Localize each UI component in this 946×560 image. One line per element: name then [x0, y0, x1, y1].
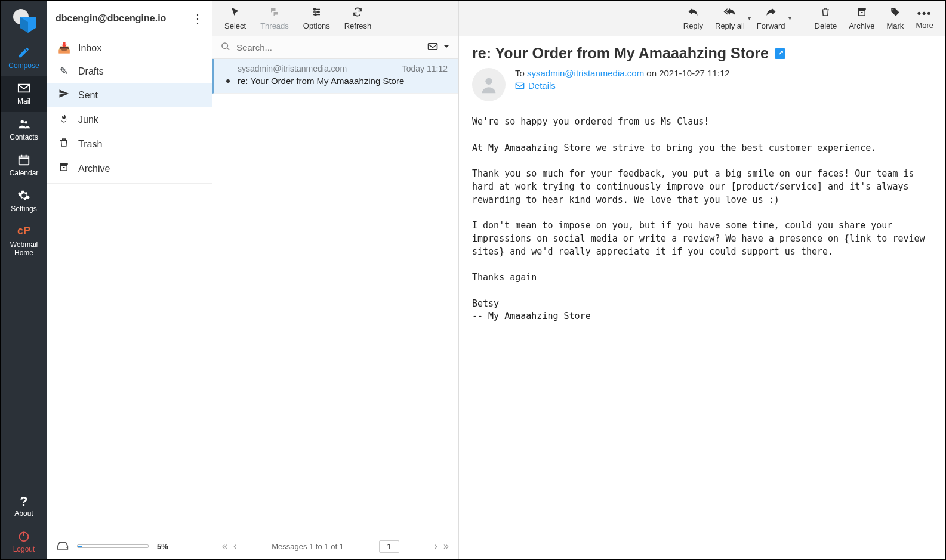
archive-button[interactable]: Archive [849, 7, 874, 30]
nav-settings-label: Settings [11, 205, 36, 213]
more-label: More [916, 21, 933, 30]
svg-point-20 [315, 14, 316, 16]
svg-rect-24 [858, 8, 866, 10]
folder-junk[interactable]: Junk [47, 107, 212, 132]
chevron-down-icon[interactable]: ▾ [748, 15, 751, 21]
refresh-button[interactable]: Refresh [344, 7, 372, 30]
threads-button[interactable]: Threads [260, 7, 289, 30]
nav-about[interactable]: ? About [1, 488, 47, 524]
folder-sent[interactable]: Sent [47, 83, 212, 107]
inbox-icon: 📥 [58, 42, 70, 54]
message-from: sysadmin@itristanmedia.com [238, 64, 347, 73]
delete-button[interactable]: Delete [815, 7, 837, 30]
svg-rect-5 [19, 156, 29, 165]
reply-icon [687, 7, 699, 20]
threads-label: Threads [260, 21, 289, 30]
page-input[interactable] [379, 540, 399, 553]
nav-webmail-home[interactable]: cP Webmail Home [1, 219, 47, 264]
message-subject: re: Your Order from My Amaaahzing Store [238, 76, 448, 86]
nav-webmail-label: Webmail Home [10, 240, 38, 257]
folder-archive[interactable]: Archive [47, 156, 212, 181]
svg-rect-11 [60, 163, 68, 165]
pencil-icon: ✎ [58, 65, 70, 78]
paper-plane-icon [58, 88, 70, 102]
threads-icon [269, 7, 281, 20]
svg-point-28 [485, 78, 492, 85]
refresh-icon [352, 7, 363, 20]
reply-all-button[interactable]: Reply all ▾ [715, 7, 745, 30]
avatar [472, 68, 506, 101]
reader-toolbar: Reply Reply all ▾ Forward ▾ Delete Archi… [459, 1, 945, 36]
mark-button[interactable]: Mark [886, 7, 904, 30]
message-item[interactable]: sysadmin@itristanmedia.com Today 11:12 r… [212, 59, 458, 94]
nav-settings[interactable]: Settings [1, 183, 47, 219]
reply-button[interactable]: Reply [683, 7, 703, 30]
folder-column: dbcengin@dbcengine.io ⋮ 📥 Inbox ✎ Drafts… [47, 1, 212, 559]
svg-rect-12 [61, 166, 67, 171]
nav-mail[interactable]: Mail [1, 76, 47, 112]
more-icon: ••• [917, 7, 932, 20]
account-menu-icon[interactable]: ⋮ [192, 11, 204, 26]
prev-page-button[interactable]: ‹ [233, 541, 236, 552]
folder-label: Inbox [78, 43, 101, 54]
to-label: To [515, 68, 525, 78]
last-page-button[interactable]: » [443, 541, 449, 552]
search-scope-icon[interactable] [427, 42, 438, 53]
open-external-icon[interactable] [775, 48, 785, 59]
svg-point-4 [24, 121, 27, 124]
to-line: To sysadmin@itristanmedia.com on 2021-10… [515, 68, 730, 78]
nav-calendar-label: Calendar [10, 169, 39, 177]
svg-line-22 [227, 48, 229, 50]
nav-compose[interactable]: Compose [1, 40, 47, 76]
nav-about-label: About [14, 509, 33, 518]
forward-label: Forward [757, 21, 785, 30]
options-button[interactable]: Options [303, 7, 330, 30]
to-email-link[interactable]: sysadmin@itristanmedia.com [527, 68, 644, 78]
account-email: dbcengin@dbcengine.io [56, 13, 166, 24]
svg-rect-29 [516, 83, 523, 88]
reader-subject: re: Your Order from My Amaaahzing Store [472, 45, 932, 62]
archive-icon [856, 7, 867, 20]
quota-bar: 5% [47, 533, 212, 559]
message-body: We're so happy you ordered from us Ms Cl… [459, 107, 945, 332]
mark-label: Mark [886, 21, 904, 30]
forward-icon [765, 7, 777, 20]
nav-calendar[interactable]: Calendar [1, 147, 47, 183]
svg-point-27 [892, 9, 893, 10]
folder-label: Trash [78, 139, 102, 150]
search-dropdown-icon[interactable] [443, 42, 450, 53]
folder-label: Junk [78, 115, 98, 125]
unread-dot-icon [226, 79, 230, 83]
message-list: sysadmin@itristanmedia.com Today 11:12 r… [212, 59, 458, 533]
left-nav: Compose Mail Contacts Calendar Settings … [1, 1, 47, 559]
more-button[interactable]: ••• More [916, 7, 933, 30]
svg-point-21 [222, 43, 227, 48]
select-button[interactable]: Select [224, 7, 246, 30]
reply-all-label: Reply all [715, 21, 745, 30]
nav-logout[interactable]: Logout [1, 524, 47, 559]
svg-rect-23 [429, 43, 437, 49]
details-toggle[interactable]: Details [515, 81, 730, 91]
sliders-icon [311, 7, 322, 20]
account-header: dbcengin@dbcengine.io ⋮ [47, 1, 212, 36]
svg-point-18 [314, 8, 316, 10]
options-label: Options [303, 21, 330, 30]
folder-trash[interactable]: Trash [47, 132, 212, 156]
quota-percent: 5% [157, 542, 168, 551]
search-input[interactable] [236, 42, 421, 52]
folder-label: Archive [78, 163, 110, 174]
next-page-button[interactable]: › [435, 541, 437, 552]
svg-point-14 [66, 547, 67, 548]
disk-icon [57, 540, 69, 553]
svg-point-19 [318, 11, 319, 13]
chevron-down-icon[interactable]: ▾ [788, 15, 791, 21]
folder-list: 📥 Inbox ✎ Drafts Sent Junk [47, 36, 212, 533]
first-page-button[interactable]: « [222, 541, 227, 552]
svg-point-3 [21, 120, 24, 124]
forward-button[interactable]: Forward ▾ [757, 7, 785, 30]
folder-inbox[interactable]: 📥 Inbox [47, 36, 212, 60]
cpanel-icon: cP [17, 225, 31, 238]
folder-drafts[interactable]: ✎ Drafts [47, 60, 212, 83]
reader-column: Reply Reply all ▾ Forward ▾ Delete Archi… [459, 1, 945, 559]
nav-contacts[interactable]: Contacts [1, 112, 47, 147]
